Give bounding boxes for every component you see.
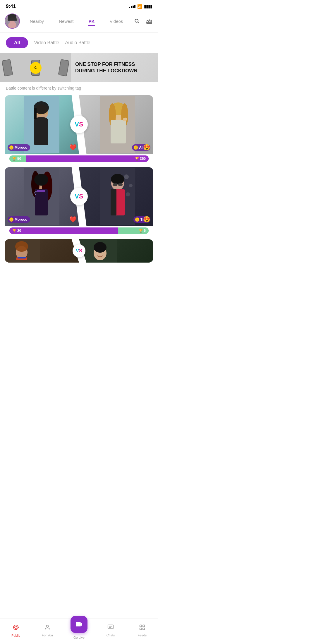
nav-item-nearby[interactable]: Nearby: [28, 18, 46, 25]
svg-rect-4: [8, 18, 17, 21]
score-right-1: 🏆 350: [135, 157, 146, 161]
svg-rect-7: [147, 23, 152, 23]
svg-point-31: [35, 191, 37, 192]
svg-point-47: [15, 241, 28, 252]
main-content: All Video Battle Audio Battle G ONE STOP…: [0, 32, 158, 288]
banner-phones: G: [0, 53, 71, 82]
svg-point-44: [126, 192, 130, 196]
battery-icon: ▮▮▮▮: [144, 4, 152, 9]
svg-point-11: [35, 117, 47, 121]
svg-line-6: [138, 22, 139, 23]
battle-subtitle: Battle content is different by switching…: [0, 82, 158, 93]
user-label-left-2: 👑 Moroco: [8, 216, 30, 223]
user-dot-right-1: 👑: [134, 145, 138, 150]
filter-all[interactable]: All: [6, 37, 28, 48]
svg-rect-41: [111, 189, 116, 215]
filter-audio-battle[interactable]: Audio Battle: [65, 40, 90, 45]
user-label-left-1: 👑 Moroco: [8, 144, 30, 151]
svg-point-52: [94, 242, 107, 253]
filter-tabs: All Video Battle Audio Battle: [0, 32, 158, 53]
emoji-center-2: ❤️: [69, 216, 77, 223]
banner-text: ONE STOP FOR FITNESS DURING THE LOCKDOWN: [71, 58, 158, 77]
svg-point-28: [34, 174, 48, 186]
avatar[interactable]: [5, 13, 20, 29]
vs-badge-3: VS: [73, 244, 85, 257]
score-left-1: 🏆 50: [12, 157, 21, 161]
phone-mock-center: G: [31, 60, 40, 76]
nav-items: Nearby Newest PK Videos: [22, 18, 130, 25]
battle-card-3[interactable]: VS: [5, 239, 153, 263]
user-dot-left-1: 👑: [9, 145, 13, 150]
vs-badge-2: VS: [70, 188, 88, 205]
user-dot-left-2: 👑: [9, 217, 13, 222]
progress-right-1: 🏆 350: [26, 155, 149, 162]
battle-images-2: VS 👑 Moroco 👑 Tina 😍 ❤️: [5, 167, 153, 226]
svg-point-32: [34, 192, 35, 193]
svg-point-43: [129, 184, 133, 187]
battle-images-1: VS 👑 Moroco 👑 Aliya 😍 ❤️: [5, 95, 153, 154]
svg-rect-30: [37, 190, 45, 192]
svg-rect-49: [18, 257, 26, 258]
header-nav: Nearby Newest PK Videos: [0, 11, 158, 32]
svg-point-33: [35, 194, 36, 195]
svg-point-36: [111, 174, 124, 184]
progress-bar-1: 🏆 50 🏆 350: [9, 155, 149, 162]
battle-right-3: [79, 239, 153, 263]
search-button[interactable]: [133, 17, 141, 25]
emoji-center-1: ❤️: [69, 144, 77, 151]
progress-right-2: 🏆 5: [118, 227, 149, 234]
phone-mock-left: [1, 59, 13, 76]
svg-rect-29: [35, 189, 48, 215]
nav-item-videos[interactable]: Videos: [107, 18, 126, 25]
status-icons: 📶 ▮▮▮▮: [129, 4, 152, 9]
emoji-left-2: 😍: [143, 216, 150, 223]
user-dot-right-2: 👑: [135, 217, 139, 222]
svg-point-42: [124, 174, 129, 179]
wifi-icon: 📶: [137, 4, 142, 9]
status-time: 9:41: [6, 4, 16, 9]
phone-mock-right: [58, 59, 69, 76]
progress-bar-2: 🏆 20 🏆 5: [9, 227, 149, 234]
signal-icon: [129, 5, 135, 8]
gold-logo: G: [30, 62, 42, 74]
crown-button[interactable]: [145, 17, 153, 25]
emoji-left-1: 😍: [143, 144, 150, 151]
promo-banner[interactable]: G ONE STOP FOR FITNESS DURING THE LOCKDO…: [0, 53, 158, 82]
svg-rect-37: [113, 183, 117, 186]
progress-left-2: 🏆 20: [9, 227, 118, 234]
svg-rect-38: [118, 183, 123, 186]
svg-point-5: [135, 19, 138, 22]
battle-left-3: [5, 239, 79, 263]
nav-item-newest[interactable]: Newest: [56, 18, 76, 25]
vs-badge-1: VS: [70, 116, 88, 133]
progress-left-1: 🏆 50: [9, 155, 26, 162]
battle-images-3: VS: [5, 239, 153, 263]
banner-heading: ONE STOP FOR FITNESS DURING THE LOCKDOWN: [75, 61, 154, 74]
svg-rect-10: [34, 119, 48, 145]
score-left-2: 🏆 20: [12, 229, 21, 233]
filter-video-battle[interactable]: Video Battle: [34, 40, 59, 45]
battle-card-1[interactable]: VS 👑 Moroco 👑 Aliya 😍 ❤️ 🏆 50: [5, 95, 153, 165]
score-right-2: 🏆 5: [139, 229, 146, 233]
svg-rect-22: [111, 120, 126, 143]
nav-icons: [133, 17, 153, 25]
status-bar: 9:41 📶 ▮▮▮▮: [0, 0, 158, 11]
svg-rect-16: [34, 108, 37, 119]
nav-item-pk[interactable]: PK: [86, 18, 97, 25]
battle-card-2[interactable]: VS 👑 Moroco 👑 Tina 😍 ❤️ 🏆 20: [5, 167, 153, 237]
